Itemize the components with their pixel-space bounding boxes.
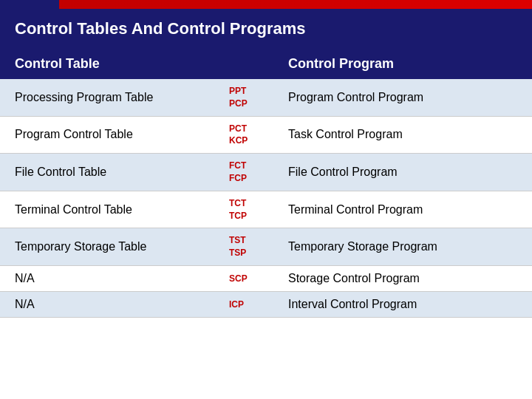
table-cell-control-table: Terminal Control Table [0,191,222,228]
table-row: Program Control TablePCT KCPTask Control… [0,116,532,154]
table-cell-control-program: Program Control Program [273,79,532,116]
table-cell-abbr: FCT FCP [222,154,273,191]
table-row: File Control TableFCT FCPFile Control Pr… [0,154,532,191]
table-header-row: Control Table Control Program [0,49,532,79]
table-row: Processing Program TablePPT PCPProgram C… [0,79,532,116]
table-row: N/AICPInterval Control Program [0,291,532,317]
header: Control Tables And Control Programs [0,9,532,49]
col1-header: Control Table [0,49,222,79]
table-cell-abbr: TST TSP [222,228,273,266]
table-cell-abbr: PPT PCP [222,79,273,116]
table-cell-control-program: File Control Program [273,154,532,191]
top-bar [0,0,532,9]
table-container: Control Table Control Program Processing… [0,49,532,318]
table-cell-control-program: Storage Control Program [273,265,532,291]
table-cell-control-program: Interval Control Program [273,291,532,317]
table-cell-control-table: N/A [0,291,222,317]
control-table: Control Table Control Program Processing… [0,49,532,318]
table-row: Temporary Storage TableTST TSPTemporary … [0,228,532,266]
table-cell-control-program: Temporary Storage Program [273,228,532,266]
table-cell-control-table: N/A [0,265,222,291]
table-cell-control-table: Temporary Storage Table [0,228,222,266]
table-cell-control-program: Terminal Control Program [273,191,532,228]
table-cell-abbr: TCT TCP [222,191,273,228]
table-cell-control-program: Task Control Program [273,116,532,154]
table-cell-control-table: Processing Program Table [0,79,222,116]
table-cell-abbr: ICP [222,291,273,317]
table-cell-abbr: SCP [222,265,273,291]
col3-header: Control Program [273,49,532,79]
table-cell-control-table: File Control Table [0,154,222,191]
table-cell-control-table: Program Control Table [0,116,222,154]
table-row: Terminal Control TableTCT TCPTerminal Co… [0,191,532,228]
table-cell-abbr: PCT KCP [222,116,273,154]
col2-header [222,49,273,79]
header-title: Control Tables And Control Programs [15,19,306,38]
table-row: N/ASCPStorage Control Program [0,265,532,291]
